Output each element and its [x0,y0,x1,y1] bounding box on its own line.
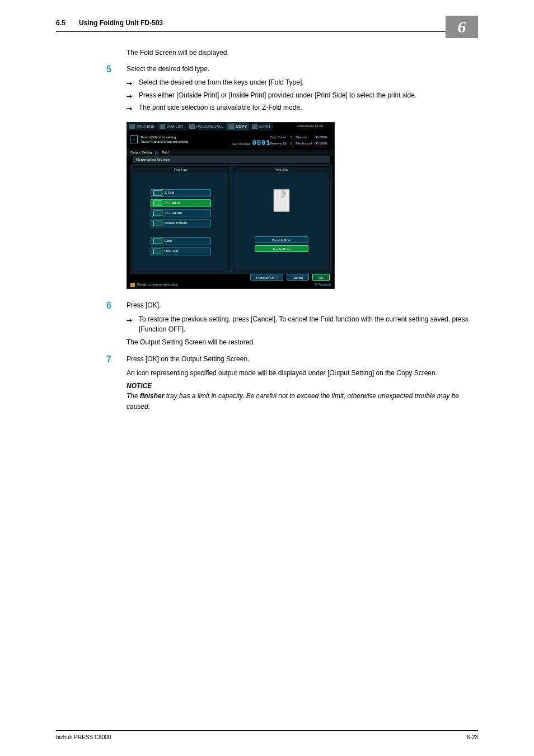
step-number: 7 [106,353,111,367]
arrow-icon: ➞ [127,315,132,326]
fold-doubleparallel-button[interactable]: Double Parallel [151,220,211,227]
joblist-icon [160,124,165,129]
notice-text-post: tray has a limit in capacity. Be careful… [127,392,459,410]
arrow-icon: ➞ [127,104,132,114]
intro-paragraph: The Fold Screen will be displayed. [127,48,478,58]
button-label: Tri-Fold-out [165,211,182,216]
tab-label: MACHINE [137,124,154,130]
step-number: 6 [106,299,111,313]
bullet-item: ➞Press either [Outside Print] or [Inside… [127,90,478,101]
button-label: Z-Fold [165,190,174,195]
reserve-value: 0 [291,141,294,146]
fold-type-panel: Fold Type Z-Fold Tri-Fold-in Tri-Fold-ou… [133,166,229,270]
bullet-text: The print side selection is unavailable … [139,104,302,111]
notice-text-pre: The [127,392,140,400]
holdrecall-icon [189,124,195,129]
info-text: Touch [OK] to fix setting Touch [Cancel]… [140,135,188,144]
fold-zfold-button[interactable]: Z-Fold [151,189,211,197]
page-body: The Fold Screen will be displayed. 5 Sel… [56,48,478,412]
breadcrumb: Output Setting Fold [127,150,334,156]
doubleparallel-icon [153,221,162,226]
file-label: File Amount [296,141,314,146]
notice-text: The finisher tray has a limit in capacit… [127,391,478,412]
sub-header: Please select fold type [133,156,330,163]
tab-joblist[interactable]: JOB LIST [157,123,186,130]
fold-preview [270,186,293,214]
tab-holdrecall[interactable]: HOLD/RECALL [187,123,227,130]
memory-label: Memory [296,135,314,140]
rotation-label: Rotation [318,283,331,286]
reserve-label: Reserve Job [270,141,289,146]
button-label: Tri-Fold-in [165,200,180,206]
fold-preview-icon [270,186,293,214]
step-number: 5 [106,63,111,77]
breadcrumb-output-setting[interactable]: Output Setting [127,150,155,155]
footer-rule [56,730,478,731]
halffold-icon [153,249,162,254]
lock-icon [130,283,135,287]
orig-count-value: 0 [291,135,294,140]
file-value: 90.000% [315,141,330,146]
notice-text-bold: finisher [140,392,164,400]
scan-icon [252,124,257,129]
step-5: 5 Select the desired fold type. [56,64,478,74]
copy-icon [228,124,234,129]
copier-screenshot: MACHINE JOB LIST HOLD/RECALL COPY SCAN 2… [127,122,335,289]
print-side-panel: Print Side Outside Print Inside Print [233,166,330,270]
step-7: 7 Press [OK] on the Output Setting Scree… [56,354,478,365]
fold-trifoldout-button[interactable]: Tri-Fold-out [151,209,211,217]
main-area: Fold Type Z-Fold Tri-Fold-in Tri-Fold-ou… [130,164,332,274]
memory-value: 96.680% [315,135,330,140]
figure-wrapper: MACHINE JOB LIST HOLD/RECALL COPY SCAN 2… [127,122,478,289]
button-label: Half-Fold [165,249,178,254]
machine-icon [129,124,135,129]
button-label: Double Parallel [165,221,188,226]
arrow-icon: ➞ [127,78,132,89]
bullet-item: ➞The print side selection is unavailable… [127,102,478,113]
bullet-text: Press either [Outside Print] or [Inside … [139,91,416,99]
chapter-badge: 6 [446,16,478,38]
tab-label: SCAN [259,124,270,130]
fold-trifoldin-button[interactable]: Tri-Fold-in [151,199,211,207]
trifoldin-icon [153,200,162,206]
tab-copy[interactable]: COPY [226,123,250,130]
bullet-text: Select the desired one from the keys und… [139,78,304,86]
set-number-value: 0001 [252,139,271,147]
print-side-header: Print Side [234,167,329,172]
fold-gate-button[interactable]: Gate [151,237,211,245]
step-6-after: The Output Setting Screen will be restor… [127,337,478,348]
header-rule [56,31,478,32]
cancel-button[interactable]: Cancel [287,274,310,281]
fold-halffold-button[interactable]: Half-Fold [151,248,211,255]
step-text: Press [OK] on the Output Setting Screen. [127,354,478,365]
bottom-button-bar: Function OFF Cancel OK [250,274,330,281]
step-5-bullets: ➞Select the desired one from the keys un… [127,77,478,113]
function-off-button[interactable]: Function OFF [250,274,283,281]
step-7-after: An icon representing specified output mo… [127,368,478,379]
counts-panel: Orig. Count0Memory96.680% Reserve Job0Fi… [269,134,331,147]
bullet-item: ➞To restore the previous setting, press … [127,314,478,335]
bullet-text: To restore the previous setting, press [… [139,315,469,334]
tab-scan[interactable]: SCAN [250,123,273,130]
tab-label: HOLD/RECALL [196,124,224,130]
info-icon: i [130,136,138,143]
step-text: Select the desired fold type. [127,64,478,74]
zfold-icon [153,190,162,196]
button-label: Gate [165,239,172,244]
arrow-icon: ➞ [127,91,132,102]
bullet-item: ➞Select the desired one from the keys un… [127,77,478,88]
tab-machine[interactable]: MACHINE [127,123,157,130]
footer-product: bizhub PRESS C8000 [56,734,111,740]
set-number: Set Number 0001 [232,138,271,149]
inside-print-button[interactable]: Inside Print [255,245,308,252]
step-6-bullets: ➞To restore the previous setting, press … [127,314,478,335]
outside-print-button[interactable]: Outside Print [255,236,308,243]
footer-page-number: 6-23 [467,734,478,740]
orig-count-label: Orig. Count [270,135,289,140]
step-6: 6 Press [OK]. [56,300,478,311]
chapter-number: 6 [458,17,466,36]
trifoldout-icon [153,211,162,216]
status-text: Ready to receive print data [137,282,177,287]
ok-button[interactable]: OK [312,274,330,281]
tab-label: COPY [236,124,247,130]
